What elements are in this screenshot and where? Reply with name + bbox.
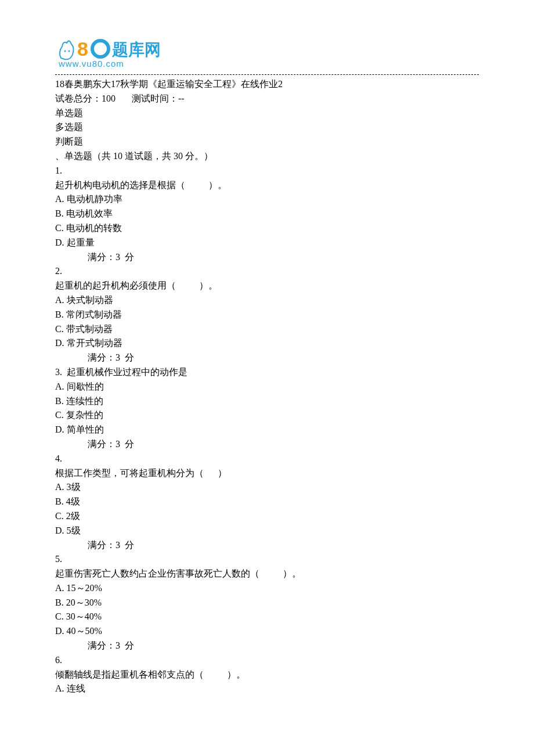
section-name-single: 单选题 bbox=[55, 106, 479, 121]
svg-point-1 bbox=[68, 51, 70, 52]
document-page: 8 题库网 www.vu80.com 18春奥鹏东大17秋学期《起重运输安全工程… bbox=[0, 0, 534, 719]
q6-option-a: A. 连线 bbox=[55, 682, 479, 696]
svg-point-3 bbox=[92, 41, 109, 57]
q3-option-d: D. 简单性的 bbox=[55, 423, 479, 437]
q3-score: 满分：3 分 bbox=[55, 437, 479, 452]
test-time-value: -- bbox=[178, 93, 185, 103]
q1-option-d: D. 起重量 bbox=[55, 236, 479, 250]
exam-title: 18春奥鹏东大17秋学期《起重运输安全工程》在线作业2 bbox=[55, 77, 479, 92]
q3-option-c: C. 复杂性的 bbox=[55, 408, 479, 423]
exam-meta: 试卷总分：100 测试时间：-- bbox=[55, 92, 479, 106]
q5-option-a: A. 15～20% bbox=[55, 581, 479, 596]
q2-score: 满分：3 分 bbox=[55, 351, 479, 365]
svg-text:8: 8 bbox=[77, 38, 88, 60]
q5-option-c: C. 30～40% bbox=[55, 610, 479, 624]
q3-number-stem: 3. 起重机械作业过程中的动作是 bbox=[55, 365, 479, 380]
logo-text: 题库网 bbox=[111, 41, 161, 59]
q1-score: 满分：3 分 bbox=[55, 250, 479, 265]
q1-option-c: C. 电动机的转数 bbox=[55, 221, 479, 236]
q2-option-d: D. 常开式制动器 bbox=[55, 336, 479, 351]
logo-url: www.vu80.com bbox=[58, 59, 124, 69]
q5-score: 满分：3 分 bbox=[55, 639, 479, 653]
q1-option-a: A. 电动机静功率 bbox=[55, 192, 479, 207]
q1-number: 1. bbox=[55, 164, 479, 178]
q5-stem: 起重伤害死亡人数约占企业伤害事故死亡人数的（ ）。 bbox=[55, 567, 479, 581]
q5-option-b: B. 20～30% bbox=[55, 596, 479, 610]
q4-stem: 根据工作类型，可将起重机构分为（ ） bbox=[55, 466, 479, 481]
q5-option-d: D. 40～50% bbox=[55, 624, 479, 639]
q6-number: 6. bbox=[55, 653, 479, 668]
q3-option-b: B. 连续性的 bbox=[55, 394, 479, 409]
q4-option-c: C. 2级 bbox=[55, 509, 479, 524]
section-name-judge: 判断题 bbox=[55, 135, 479, 149]
section-name-multi: 多选题 bbox=[55, 120, 479, 135]
total-score-value: 100 bbox=[102, 93, 116, 103]
test-time-label: 测试时间： bbox=[132, 93, 178, 103]
q4-option-a: A. 3级 bbox=[55, 480, 479, 495]
q2-option-c: C. 带式制动器 bbox=[55, 322, 479, 337]
q4-option-d: D. 5级 bbox=[55, 524, 479, 538]
svg-point-0 bbox=[64, 51, 66, 52]
q2-number: 2. bbox=[55, 264, 479, 279]
site-logo: 8 题库网 www.vu80.com bbox=[55, 35, 479, 70]
q6-stem: 倾翻轴线是指起重机各相邻支点的（ ）。 bbox=[55, 668, 479, 682]
q4-option-b: B. 4级 bbox=[55, 495, 479, 509]
q1-option-b: B. 电动机效率 bbox=[55, 207, 479, 221]
q3-option-a: A. 间歇性的 bbox=[55, 380, 479, 394]
q5-number: 5. bbox=[55, 552, 479, 567]
total-score-label: 试卷总分： bbox=[55, 93, 102, 103]
section-heading-single: 、单选题（共 10 道试题，共 30 分。） bbox=[55, 149, 479, 164]
q2-option-a: A. 块式制动器 bbox=[55, 293, 479, 308]
q4-number: 4. bbox=[55, 452, 479, 466]
document-body: 18春奥鹏东大17秋学期《起重运输安全工程》在线作业2 试卷总分：100 测试时… bbox=[55, 77, 479, 696]
q2-option-b: B. 常闭式制动器 bbox=[55, 308, 479, 322]
header-divider bbox=[55, 74, 479, 75]
q4-score: 满分：3 分 bbox=[55, 538, 479, 553]
q1-stem: 起升机构电动机的选择是根据（ ）。 bbox=[55, 178, 479, 193]
logo-icon: 8 题库网 www.vu80.com bbox=[55, 35, 192, 70]
q2-stem: 起重机的起升机构必须使用（ ）。 bbox=[55, 279, 479, 293]
